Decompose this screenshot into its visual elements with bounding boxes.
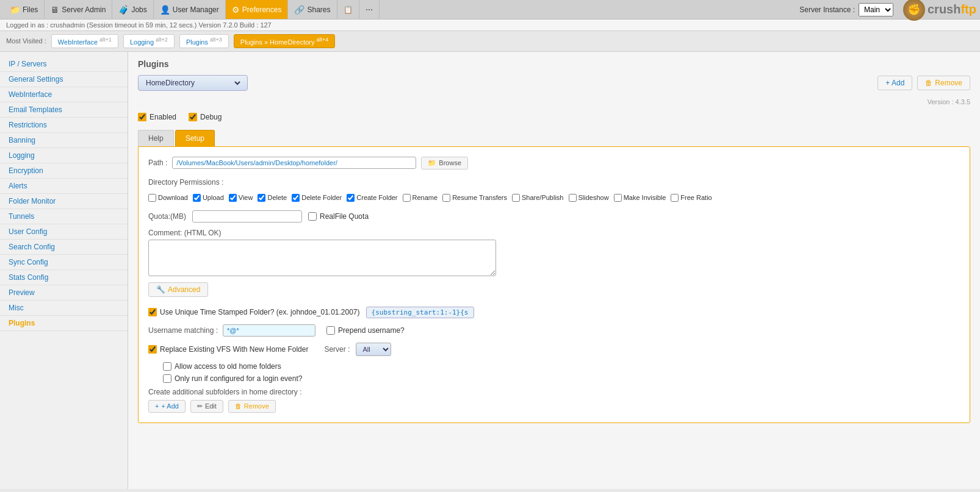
sidebar-item-webinterface[interactable]: WebInterface (0, 87, 128, 102)
bookmark-plugins[interactable]: Plugins alt+3 (179, 34, 229, 48)
browse-button[interactable]: 📁 Browse (421, 157, 468, 169)
username-matching-label: Username matching : (148, 326, 218, 335)
bookmark-plugins-homedir-shortcut: alt+4 (317, 37, 329, 43)
perm-rename[interactable]: Rename (403, 194, 438, 202)
perm-slideshow-checkbox[interactable] (569, 194, 577, 202)
nav-extra1-icon: 📋 (344, 5, 353, 14)
perm-view[interactable]: View (229, 194, 253, 202)
perm-create-folder[interactable]: Create Folder (347, 194, 397, 202)
debug-label[interactable]: Debug (189, 113, 222, 121)
replace-vfs-row: Replace Existing VFS With New Home Folde… (148, 343, 960, 356)
perm-rename-checkbox[interactable] (403, 194, 411, 202)
sidebar-item-email-templates[interactable]: Email Templates (0, 102, 128, 118)
nav-preferences[interactable]: ⚙ Preferences (226, 0, 289, 19)
perm-delete[interactable]: Delete (258, 194, 287, 202)
plugin-select[interactable]: HomeDirectory (143, 78, 242, 88)
sidebar-item-general-settings[interactable]: General Settings (0, 72, 128, 87)
perm-free-ratio[interactable]: Free Ratio (671, 194, 712, 202)
bookmark-plugins-homedir[interactable]: Plugins » HomeDirectory alt+4 (234, 34, 336, 48)
prepend-username-label[interactable]: Prepend username? (326, 326, 405, 335)
perm-resume-transfers-checkbox[interactable] (442, 194, 450, 202)
plugin-selector[interactable]: HomeDirectory (138, 75, 248, 91)
remove-plugin-button[interactable]: 🗑 Remove (917, 76, 970, 90)
realfile-quota-checkbox[interactable] (308, 212, 317, 221)
enabled-debug-row: Enabled Debug (138, 110, 970, 124)
nav-files[interactable]: 📁 Files (4, 0, 45, 19)
sidebar-item-search-config[interactable]: Search Config (0, 240, 128, 255)
unique-ts-check[interactable]: Use Unique Time Stamped Folder? (ex. joh… (148, 308, 360, 316)
path-input[interactable] (172, 157, 416, 169)
status-text: Logged in as : crushadmin (Session timeo… (6, 21, 272, 29)
perm-resume-transfers[interactable]: Resume Transfers (442, 194, 507, 202)
perm-delete-folder-checkbox[interactable] (292, 194, 300, 202)
advanced-button[interactable]: 🔧 Advanced (148, 282, 208, 297)
sidebar-item-alerts[interactable]: Alerts (0, 179, 128, 194)
perm-make-invisible[interactable]: Make Invisible (614, 194, 666, 202)
nav-jobs[interactable]: 🧳 Jobs (112, 0, 153, 19)
sidebar-item-banning[interactable]: Banning (0, 133, 128, 148)
server-select[interactable]: All Main (356, 343, 391, 356)
perm-slideshow[interactable]: Slideshow (569, 194, 609, 202)
perm-upload-checkbox[interactable] (193, 194, 201, 202)
debug-checkbox[interactable] (189, 113, 197, 121)
perm-download[interactable]: Download (148, 194, 188, 202)
content-title: Plugins (138, 59, 970, 69)
sidebar-item-plugins[interactable]: Plugins (0, 316, 128, 331)
perm-delete-folder[interactable]: Delete Folder (292, 194, 342, 202)
allow-old-row: Allow access to old home folders (148, 362, 960, 371)
subfolder-add-button[interactable]: + + Add (148, 400, 186, 413)
subfolder-remove-button[interactable]: 🗑 Remove (228, 400, 276, 413)
sidebar-item-preview[interactable]: Preview (0, 285, 128, 301)
quota-input[interactable] (192, 210, 302, 223)
username-matching-input[interactable] (223, 324, 315, 337)
tab-help[interactable]: Help (138, 130, 174, 146)
nav-server-admin[interactable]: 🖥 Server Admin (45, 0, 112, 19)
allow-old-label[interactable]: Allow access to old home folders (163, 362, 281, 371)
add-plugin-button[interactable]: + Add (877, 76, 912, 90)
sidebar-item-encryption[interactable]: Encryption (0, 163, 128, 179)
perm-delete-checkbox[interactable] (258, 194, 265, 202)
nav-extra1[interactable]: 📋 (337, 0, 359, 19)
bookmark-webinterface-shortcut: alt+1 (99, 37, 112, 43)
bookmark-webinterface[interactable]: WebInterface alt+1 (51, 34, 118, 48)
sidebar-item-stats-config[interactable]: Stats Config (0, 270, 128, 285)
prepend-username-checkbox[interactable] (326, 326, 335, 335)
unique-ts-checkbox[interactable] (148, 308, 157, 316)
perm-free-ratio-checkbox[interactable] (671, 194, 679, 202)
allow-old-checkbox[interactable] (163, 362, 171, 371)
sidebar-item-restrictions[interactable]: Restrictions (0, 118, 128, 133)
enabled-label[interactable]: Enabled (138, 113, 176, 121)
sidebar-item-misc[interactable]: Misc (0, 301, 128, 316)
sidebar-item-tunnels[interactable]: Tunnels (0, 209, 128, 224)
only-login-checkbox[interactable] (163, 374, 171, 383)
subfolder-edit-button[interactable]: ✏ Edit (190, 400, 223, 413)
subfolder-remove-icon: 🗑 (235, 402, 242, 410)
tab-setup[interactable]: Setup (175, 130, 215, 146)
sidebar-item-user-config[interactable]: User Config (0, 224, 128, 240)
server-instance-select[interactable]: Main (859, 3, 893, 16)
perm-create-folder-checkbox[interactable] (347, 194, 355, 202)
replace-vfs-label[interactable]: Replace Existing VFS With New Home Folde… (148, 345, 308, 354)
perm-download-checkbox[interactable] (148, 194, 156, 202)
realfile-quota-label[interactable]: RealFile Quota (308, 212, 369, 221)
server-label: Server : (324, 345, 350, 354)
replace-vfs-checkbox[interactable] (148, 345, 157, 354)
perm-view-checkbox[interactable] (229, 194, 237, 202)
perm-upload[interactable]: Upload (193, 194, 224, 202)
perm-make-invisible-checkbox[interactable] (614, 194, 622, 202)
add-remove-buttons: + Add 🗑 Remove (877, 76, 970, 90)
logo-area: ✊ crush ftp (903, 0, 976, 21)
comment-textarea[interactable] (148, 240, 496, 276)
only-login-label[interactable]: Only run if configured for a login event… (163, 374, 302, 383)
nav-extra2[interactable]: ⋯ (359, 0, 380, 19)
sidebar-item-ip-servers[interactable]: IP / Servers (0, 57, 128, 72)
sidebar-item-folder-monitor[interactable]: Folder Monitor (0, 194, 128, 209)
perm-share-publish[interactable]: Share/Publish (512, 194, 564, 202)
enabled-checkbox[interactable] (138, 113, 146, 121)
perm-share-publish-checkbox[interactable] (512, 194, 520, 202)
sidebar-item-sync-config[interactable]: Sync Config (0, 255, 128, 270)
nav-shares[interactable]: 🔗 Shares (288, 0, 337, 19)
nav-user-manager[interactable]: 👤 User Manager (154, 0, 226, 19)
sidebar-item-logging[interactable]: Logging (0, 148, 128, 163)
bookmark-logging[interactable]: Logging alt+2 (123, 34, 175, 48)
